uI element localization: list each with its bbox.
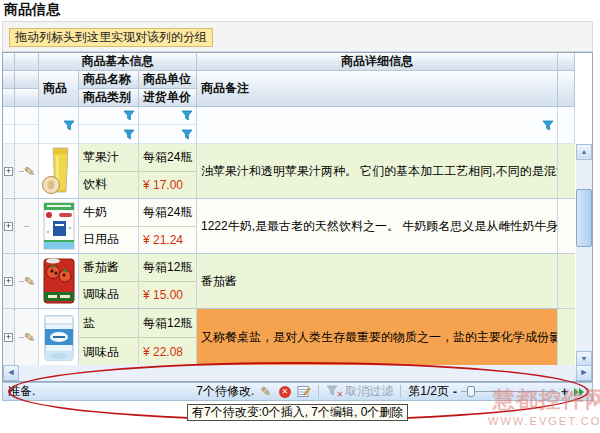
header-corner — [3, 53, 15, 71]
status-separator — [400, 385, 401, 398]
status-ready-text: 准备. — [8, 383, 35, 400]
unit-price-cell[interactable]: 每箱12瓶 ¥ 22.08 — [139, 309, 197, 367]
product-name[interactable]: 番茄酱 — [79, 254, 138, 282]
filter-cell-note[interactable] — [197, 107, 558, 144]
name-category-cell[interactable]: 盐 调味品 — [79, 309, 139, 367]
pending-changes-tooltip: 有7个待改变:0个插入, 7个编辑, 0个删除 — [187, 404, 408, 421]
grouping-hint: 拖动列标头到这里实现对该列的分组 — [9, 28, 213, 47]
product-price[interactable]: ¥ 17.00 — [139, 172, 196, 199]
product-note-selected[interactable]: 又称餐桌盐，是对人类生存最重要的物质之一，盐的主要化学成份氯化钠（化学... — [197, 309, 558, 367]
product-image-cell[interactable] — [39, 254, 79, 309]
cancel-filter-label[interactable]: 取消过滤 — [345, 383, 393, 400]
edited-pencil-icon: ✎ — [23, 163, 36, 179]
update-data-icon[interactable] — [296, 385, 311, 399]
name-category-cell[interactable]: 番茄酱 调味品 — [79, 254, 139, 309]
edit-changes-icon[interactable]: ✎ — [258, 385, 273, 399]
name-category-cell[interactable]: 苹果汁 饮料 — [79, 144, 139, 199]
filter-corner — [3, 107, 15, 125]
product-price[interactable]: ¥ 22.08 — [139, 338, 196, 366]
row-edit-indicator: ✎ — [15, 309, 39, 367]
product-unit[interactable]: 每箱24瓶 — [139, 144, 196, 172]
product-note[interactable]: 1222牛奶,是最古老的天然饮料之一。 牛奶顾名思义是从雌性奶牛身上所挤出来的.… — [197, 199, 558, 254]
filter-corner — [3, 125, 15, 144]
column-header-unit[interactable]: 商品单位 — [139, 71, 197, 89]
column-header-product[interactable]: 商品 — [39, 71, 79, 107]
zoom-out-button[interactable]: - — [453, 385, 457, 399]
zoom-slider[interactable] — [461, 385, 557, 398]
filter-filler — [558, 107, 575, 144]
header-corner — [3, 89, 15, 107]
green-arrows-icon — [573, 386, 586, 398]
page-title: 商品信息 — [4, 1, 60, 19]
product-category[interactable]: 日用品 — [79, 227, 138, 254]
row-edit-indicator: ✎ — [15, 144, 39, 199]
cancel-changes-icon[interactable]: ✕ — [277, 385, 292, 399]
product-name[interactable]: 盐 — [79, 309, 138, 338]
scroll-up-button[interactable]: ▲ — [576, 144, 592, 160]
filter-cell-category[interactable] — [79, 125, 139, 144]
vertical-scrollbar[interactable]: ▲ ▼ — [576, 144, 592, 367]
fit-page-icon[interactable] — [572, 385, 587, 399]
column-header-note[interactable]: 商品备注 — [197, 71, 558, 107]
product-name[interactable]: 苹果汁 — [79, 144, 138, 172]
milk-image — [41, 201, 77, 251]
zoom-slider-thumb[interactable] — [467, 386, 475, 397]
grid-table: 商品基本信息 商品详细信息 商品 商品名称 商品单位 商品备注 商品类别 进货单… — [3, 53, 575, 367]
filter-icon[interactable] — [123, 129, 135, 140]
horizontal-scrollbar[interactable]: ◄ ► — [3, 365, 592, 381]
product-image-cell[interactable] — [39, 144, 79, 199]
zoom-slider-track — [461, 391, 557, 392]
column-header-price[interactable]: 进货单价 — [139, 89, 197, 107]
unit-price-cell[interactable]: 每箱12瓶 ¥ 15.00 — [139, 254, 197, 309]
product-note[interactable]: 番茄酱 — [197, 254, 558, 309]
filter-icon[interactable] — [123, 110, 135, 121]
filter-cell-unit[interactable] — [139, 107, 197, 125]
product-price[interactable]: ¥ 15.00 — [139, 282, 196, 309]
salt-image — [41, 313, 77, 363]
product-unit[interactable]: 每箱24瓶 — [139, 199, 196, 227]
product-category[interactable]: 调味品 — [79, 338, 138, 366]
product-unit[interactable]: 每箱12瓶 — [139, 254, 196, 282]
tree-dash — [19, 337, 24, 338]
tree-dash — [19, 171, 24, 172]
name-category-cell[interactable]: 牛奶 日用品 — [79, 199, 139, 254]
row-header: + — [3, 199, 15, 254]
row-filler — [558, 144, 575, 199]
cancel-filter-icon[interactable]: ✕ — [326, 385, 341, 398]
product-unit[interactable]: 每箱12瓶 — [139, 309, 196, 338]
expand-icon[interactable]: + — [4, 222, 13, 231]
grouping-panel[interactable]: 拖动列标头到这里实现对该列的分组 — [2, 21, 593, 52]
filter-cell-name[interactable] — [79, 107, 139, 125]
header-corner — [15, 53, 39, 71]
expand-icon[interactable]: + — [4, 333, 13, 342]
group-header-basic[interactable]: 商品基本信息 — [39, 53, 197, 71]
unit-price-cell[interactable]: 每箱24瓶 ¥ 17.00 — [139, 144, 197, 199]
expand-icon[interactable]: + — [4, 277, 13, 286]
expand-icon[interactable]: + — [4, 167, 13, 176]
unit-price-cell[interactable]: 每箱24瓶 ¥ 21.24 — [139, 199, 197, 254]
product-price[interactable]: ¥ 21.24 — [139, 227, 196, 254]
product-note[interactable]: 浊苹果汁和透明苹果汁两种。 它们的基本加工工艺相同,不同的是混浊苹果汁采用... — [197, 144, 558, 199]
header-filler — [558, 53, 575, 71]
row-edit-indicator — [15, 199, 39, 254]
scroll-left-button[interactable]: ◄ — [3, 365, 19, 381]
scroll-right-button[interactable]: ► — [576, 365, 592, 381]
filter-cell-product[interactable] — [39, 107, 79, 144]
header-filler — [558, 71, 575, 107]
filter-icon[interactable] — [542, 120, 554, 131]
column-header-name[interactable]: 商品名称 — [79, 71, 139, 89]
filter-icon[interactable] — [63, 120, 75, 131]
product-category[interactable]: 调味品 — [79, 282, 138, 309]
column-header-category[interactable]: 商品类别 — [79, 89, 139, 107]
group-header-detail[interactable]: 商品详细信息 — [197, 53, 558, 71]
product-image-cell[interactable] — [39, 199, 79, 254]
vertical-scroll-thumb[interactable] — [576, 189, 592, 247]
filter-icon[interactable] — [181, 110, 193, 121]
product-name[interactable]: 牛奶 — [79, 199, 138, 227]
zoom-in-button[interactable]: + — [561, 385, 568, 399]
row-edit-indicator: ✎ — [15, 254, 39, 309]
filter-cell-price[interactable] — [139, 125, 197, 144]
filter-icon[interactable] — [181, 129, 193, 140]
product-image-cell[interactable] — [39, 309, 79, 367]
product-category[interactable]: 饮料 — [79, 172, 138, 199]
